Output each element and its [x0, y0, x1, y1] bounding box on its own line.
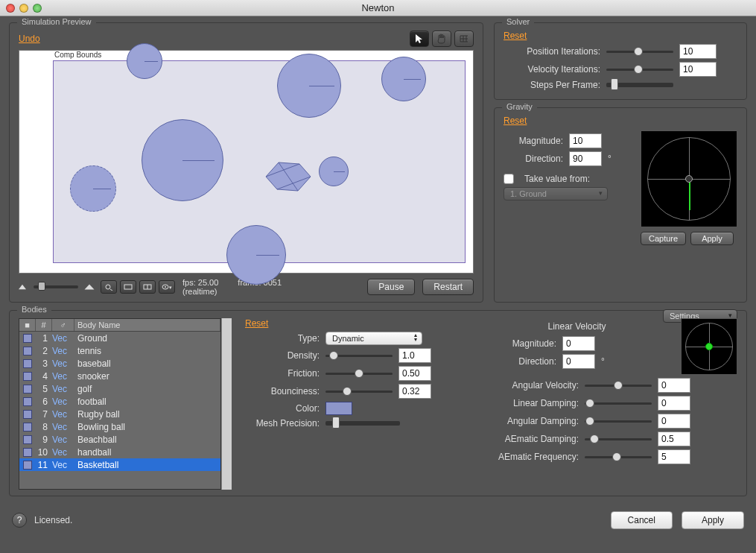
undo-link[interactable]: Undo: [19, 34, 40, 44]
velocity-iterations-input[interactable]: [679, 62, 717, 77]
take-value-from-checkbox[interactable]: [504, 174, 514, 184]
bodies-header-num: #: [36, 319, 52, 331]
lv-direction-input[interactable]: [562, 354, 595, 369]
steps-per-frame-label: Steps Per Frame:: [504, 80, 600, 90]
close-window-button[interactable]: [6, 4, 15, 13]
table-row[interactable]: 3Vecbaseball: [19, 357, 220, 370]
table-row[interactable]: 1VecGround: [19, 332, 220, 344]
svg-point-16: [165, 286, 166, 288]
angular-velocity-label: Angular Velocity:: [482, 380, 579, 391]
bounciness-label: Bounciness:: [245, 386, 320, 396]
table-row[interactable]: 7VecRugby ball: [19, 408, 220, 420]
svg-text:▾: ▾: [169, 285, 172, 290]
preview-canvas[interactable]: Comp Bounds: [19, 50, 474, 274]
table-row[interactable]: 4Vecsnooker: [19, 370, 220, 382]
linear-damping-slider[interactable]: [585, 402, 652, 405]
aematic-damping-input[interactable]: [658, 432, 690, 446]
mesh-precision-slider[interactable]: [325, 421, 400, 426]
density-input[interactable]: [398, 348, 431, 363]
zoom-slider[interactable]: [34, 285, 78, 288]
take-value-from-label: Take value from:: [524, 174, 590, 184]
angular-damping-input[interactable]: [658, 414, 690, 429]
zoom-in-icon[interactable]: [85, 284, 95, 289]
table-row[interactable]: 9VecBeachball: [19, 433, 220, 446]
gravity-apply-button[interactable]: Apply: [690, 232, 734, 245]
gravity-direction-label: Direction:: [504, 154, 563, 164]
table-row[interactable]: 10Vechandball: [19, 446, 220, 458]
restart-button[interactable]: Restart: [422, 279, 474, 295]
solver-reset-link[interactable]: Reset: [504, 31, 527, 41]
lv-magnitude-input[interactable]: [562, 336, 595, 351]
type-dropdown[interactable]: Dynamic: [325, 332, 422, 345]
bodies-legend: Bodies: [17, 305, 51, 314]
position-iterations-slider[interactable]: [606, 51, 673, 53]
gravity-magnitude-label: Magnitude:: [504, 136, 563, 146]
gravity-legend: Gravity: [502, 102, 537, 111]
window-title: Newton: [0, 2, 756, 13]
pause-button[interactable]: Pause: [367, 279, 415, 295]
bodies-group: Bodies Settings ■ # ♂ Body Name 1VecGrou…: [9, 310, 747, 496]
gravity-dial[interactable]: [641, 130, 737, 227]
color-label: Color:: [245, 403, 320, 414]
aematic-damping-slider[interactable]: [585, 438, 652, 440]
type-label: Type:: [245, 333, 320, 344]
velocity-iterations-slider[interactable]: [606, 69, 673, 71]
licensed-label: Licensed.: [34, 515, 72, 525]
bounciness-input[interactable]: [398, 384, 431, 399]
aematic-frequency-slider[interactable]: [585, 456, 652, 458]
zoom-window-button[interactable]: [33, 4, 42, 13]
gravity-magnitude-input[interactable]: [569, 133, 602, 148]
table-row[interactable]: 8VecBowling ball: [19, 420, 220, 433]
bodies-reset-link[interactable]: Reset: [245, 318, 268, 329]
view-menu-button[interactable]: ▾: [159, 280, 175, 294]
bounciness-slider[interactable]: [325, 391, 393, 393]
solver-legend: Solver: [502, 17, 534, 26]
degree-symbol: °: [608, 154, 612, 164]
gravity-group: Gravity Reset Magnitude: Direction: °: [494, 107, 747, 303]
angular-velocity-input[interactable]: [658, 378, 690, 393]
realtime-label: (realtime): [182, 287, 218, 296]
density-label: Density:: [245, 350, 320, 361]
comp-bounds-label: Comp Bounds: [53, 51, 103, 59]
color-chip[interactable]: [325, 402, 352, 415]
cancel-button[interactable]: Cancel: [611, 511, 673, 529]
angular-velocity-slider[interactable]: [585, 385, 652, 387]
help-button[interactable]: ?: [12, 513, 27, 528]
grid-button[interactable]: [139, 280, 156, 294]
linear-damping-input[interactable]: [658, 396, 690, 411]
friction-slider[interactable]: [325, 373, 393, 375]
table-row[interactable]: 6Vecfootball: [19, 395, 220, 408]
friction-input[interactable]: [398, 366, 431, 381]
linear-velocity-header: Linear Velocity: [482, 321, 672, 332]
linear-velocity-dial[interactable]: [681, 318, 737, 375]
zoom-out-icon[interactable]: [19, 285, 26, 289]
arrow-tool-button[interactable]: [410, 31, 429, 47]
hand-tool-button[interactable]: [432, 31, 451, 47]
table-row[interactable]: 11VecBasketball: [19, 458, 220, 471]
grid-tool-button[interactable]: [454, 31, 474, 47]
bounds-button[interactable]: [120, 280, 136, 294]
bodies-scrollbar[interactable]: [221, 318, 232, 490]
angular-damping-slider[interactable]: [585, 420, 652, 423]
take-value-from-dropdown[interactable]: 1. Ground: [504, 187, 608, 200]
titlebar: Newton: [0, 0, 756, 16]
aematic-frequency-input[interactable]: [658, 449, 690, 464]
table-row[interactable]: 2Vectennis: [19, 344, 220, 357]
position-iterations-input[interactable]: [679, 44, 717, 59]
fit-button[interactable]: [101, 280, 117, 294]
density-slider[interactable]: [325, 355, 393, 357]
bodies-header-name: Body Name: [74, 319, 220, 331]
apply-button[interactable]: Apply: [682, 511, 744, 529]
fps-label: fps: 25.00: [182, 278, 218, 287]
gravity-reset-link[interactable]: Reset: [504, 116, 527, 126]
svg-rect-12: [124, 285, 132, 289]
steps-per-frame-slider[interactable]: [606, 83, 673, 87]
gravity-direction-input[interactable]: [569, 151, 602, 166]
mesh-precision-label: Mesh Precision:: [245, 418, 320, 429]
table-row[interactable]: 5Vecgolf: [19, 382, 220, 395]
minimize-window-button[interactable]: [19, 4, 28, 13]
aematic-frequency-label: AEmatic Frequency:: [482, 452, 579, 462]
bodies-list[interactable]: ■ # ♂ Body Name 1VecGround2Vectennis3Vec…: [19, 318, 221, 490]
gravity-capture-button[interactable]: Capture: [641, 232, 686, 245]
bodies-header-type: ♂: [52, 319, 74, 331]
